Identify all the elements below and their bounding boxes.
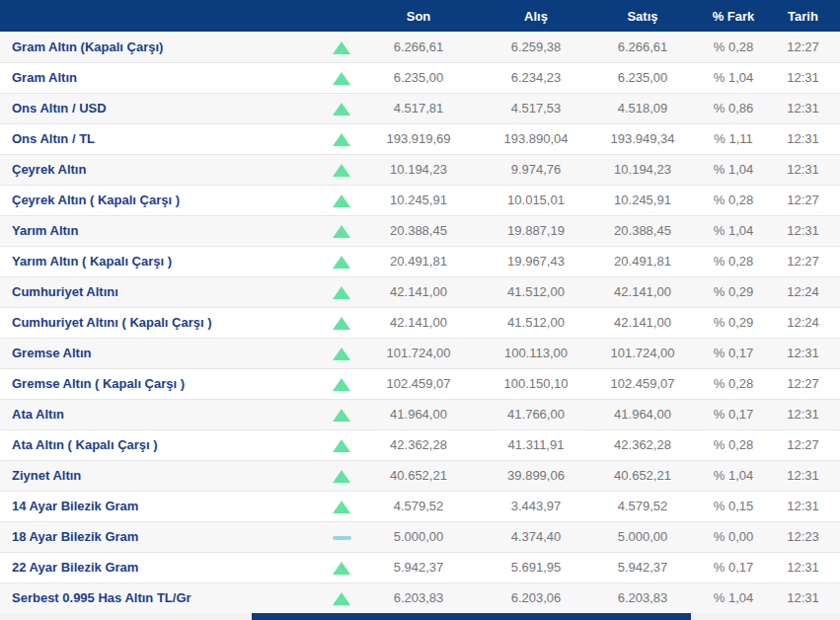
table-header-row: Son Alış Satış % Fark Tarih	[0, 0, 840, 32]
table-row[interactable]: Gremse Altın ( Kapalı Çarşı ) 102.459,07…	[0, 368, 840, 399]
table-row[interactable]: Çeyrek Altın ( Kapalı Çarşı ) 10.245,91 …	[0, 185, 840, 215]
table-row[interactable]: Cumhuriyet Altını 42.141,00 41.512,00 42…	[0, 276, 840, 307]
up-arrow-icon	[333, 256, 350, 269]
alis-value: 100.113,00	[472, 338, 600, 368]
son-value: 20.388,45	[365, 215, 472, 246]
tarih-value: 12:31	[782, 491, 840, 521]
table-row[interactable]: Çeyrek Altın 10.194,23 9.974,76 10.194,2…	[0, 154, 840, 185]
son-value: 42.362,28	[365, 429, 472, 460]
alis-value: 39.899,06	[472, 460, 600, 491]
tarih-value: 12:31	[782, 154, 840, 185]
instrument-name-link[interactable]: Gremse Altın	[0, 338, 318, 368]
satis-value: 5.942,37	[600, 552, 685, 582]
satis-value: 40.652,21	[600, 460, 685, 491]
fark-value: % 0,29	[685, 307, 782, 338]
table-row[interactable]: 18 Ayar Bilezik Gram 5.000,00 4.374,40 5…	[0, 521, 840, 552]
satis-value: 4.518,09	[600, 93, 685, 123]
instrument-name-link[interactable]: Ons Altın / USD	[0, 93, 318, 123]
alis-value: 6.234,23	[472, 62, 600, 93]
alis-value: 4.374,40	[472, 521, 600, 552]
instrument-name-link[interactable]: Ata Altın	[0, 399, 318, 429]
table-row[interactable]: Yarım Altın 20.388,45 19.887,19 20.388,4…	[0, 215, 840, 246]
satis-value: 20.491,81	[600, 246, 685, 276]
table-row[interactable]: Cumhuriyet Altını ( Kapalı Çarşı ) 42.14…	[0, 307, 840, 338]
satis-value: 41.964,00	[600, 399, 685, 429]
tarih-value: 12:31	[782, 62, 840, 93]
alis-value: 5.691,95	[472, 552, 600, 582]
up-arrow-icon	[333, 103, 350, 116]
up-arrow-icon	[333, 501, 350, 513]
instrument-name-link[interactable]: 14 Ayar Bilezik Gram	[0, 491, 318, 521]
instrument-name-link[interactable]: Cumhuriyet Altını ( Kapalı Çarşı )	[0, 307, 318, 338]
satis-value: 101.724,00	[600, 338, 685, 368]
table-row[interactable]: 14 Ayar Bilezik Gram 4.579,52 3.443,97 4…	[0, 491, 840, 521]
up-arrow-icon	[333, 72, 350, 85]
table-row[interactable]: Ons Altın / TL 193.919,69 193.890,04 193…	[0, 123, 840, 154]
fark-value: % 0,28	[685, 429, 782, 460]
fark-value: % 0,17	[685, 338, 782, 368]
instrument-name-link[interactable]: Ons Altın / TL	[0, 123, 318, 154]
instrument-name-link[interactable]: Cumhuriyet Altını	[0, 276, 318, 307]
alis-value: 193.890,04	[472, 123, 600, 154]
fark-value: % 0,28	[685, 32, 782, 62]
up-arrow-icon	[333, 348, 350, 360]
satis-value: 20.388,45	[600, 215, 685, 246]
table-row[interactable]: Ata Altın 41.964,00 41.766,00 41.964,00 …	[0, 399, 840, 429]
fark-value: % 0,17	[685, 399, 782, 429]
table-row[interactable]: Yarım Altın ( Kapalı Çarşı ) 20.491,81 1…	[0, 246, 840, 276]
up-arrow-icon	[333, 562, 350, 575]
gold-prices-page: Son Alış Satış % Fark Tarih Gram Altın (…	[0, 0, 840, 620]
satis-value: 4.579,52	[600, 491, 685, 521]
son-value: 10.194,23	[365, 154, 472, 185]
satis-value: 10.194,23	[600, 154, 685, 185]
table-row[interactable]: 22 Ayar Bilezik Gram 5.942,37 5.691,95 5…	[0, 552, 840, 582]
table-row[interactable]: Gram Altın (Kapalı Çarşı) 6.266,61 6.259…	[0, 32, 840, 62]
fark-value: % 0,28	[685, 368, 782, 399]
instrument-name-link[interactable]: Gram Altın	[0, 62, 318, 93]
instrument-name-link[interactable]: Ata Altın ( Kapalı Çarşı )	[0, 429, 318, 460]
instrument-name-link[interactable]: 22 Ayar Bilezik Gram	[0, 552, 318, 582]
table-row[interactable]: Serbest 0.995 Has Altın TL/Gr 6.203,83 6…	[0, 582, 840, 613]
tarih-value: 12:27	[782, 32, 840, 62]
table-row[interactable]: Ziynet Altın 40.652,21 39.899,06 40.652,…	[0, 460, 840, 491]
gold-prices-table: Son Alış Satış % Fark Tarih Gram Altın (…	[0, 0, 840, 613]
son-value: 5.000,00	[365, 521, 472, 552]
header-fark: % Fark	[685, 0, 782, 32]
satis-value: 102.459,07	[600, 368, 685, 399]
instrument-name-link[interactable]: Serbest 0.995 Has Altın TL/Gr	[0, 582, 318, 613]
tarih-value: 12:31	[782, 123, 840, 154]
alis-value: 3.443,97	[472, 491, 600, 521]
instrument-name-link[interactable]: Çeyrek Altın ( Kapalı Çarşı )	[0, 185, 318, 215]
fark-value: % 0,28	[685, 246, 782, 276]
son-value: 4.517,81	[365, 93, 472, 123]
instrument-name-link[interactable]: Yarım Altın ( Kapalı Çarşı )	[0, 246, 318, 276]
table-row[interactable]: Gremse Altın 101.724,00 100.113,00 101.7…	[0, 338, 840, 368]
alis-value: 19.887,19	[472, 215, 600, 246]
tarih-value: 12:31	[782, 399, 840, 429]
header-instrument	[0, 0, 318, 32]
instrument-name-link[interactable]: Gremse Altın ( Kapalı Çarşı )	[0, 368, 318, 399]
instrument-name-link[interactable]: Çeyrek Altın	[0, 154, 318, 185]
instrument-name-link[interactable]: Gram Altın (Kapalı Çarşı)	[0, 32, 318, 62]
tarih-value: 12:31	[782, 93, 840, 123]
up-arrow-icon	[333, 317, 350, 330]
tarih-value: 12:27	[782, 185, 840, 215]
up-arrow-icon	[333, 225, 350, 238]
scrollbar-thumb[interactable]	[252, 613, 691, 620]
instrument-name-link[interactable]: Yarım Altın	[0, 215, 318, 246]
up-arrow-icon	[333, 470, 350, 483]
table-row[interactable]: Ons Altın / USD 4.517,81 4.517,53 4.518,…	[0, 93, 840, 123]
instrument-name-link[interactable]: 18 Ayar Bilezik Gram	[0, 521, 318, 552]
up-arrow-icon	[333, 41, 350, 54]
instrument-name-link[interactable]: Ziynet Altın	[0, 460, 318, 491]
tarih-value: 12:27	[782, 368, 840, 399]
tarih-value: 12:23	[782, 521, 840, 552]
tarih-value: 12:31	[782, 338, 840, 368]
table-row[interactable]: Ata Altın ( Kapalı Çarşı ) 42.362,28 41.…	[0, 429, 840, 460]
table-row[interactable]: Gram Altın 6.235,00 6.234,23 6.235,00 % …	[0, 62, 840, 93]
tarih-value: 12:24	[782, 276, 840, 307]
son-value: 6.235,00	[365, 62, 472, 93]
fark-value: % 1,04	[685, 62, 782, 93]
fark-value: % 0,29	[685, 276, 782, 307]
horizontal-scrollbar[interactable]	[0, 613, 840, 620]
